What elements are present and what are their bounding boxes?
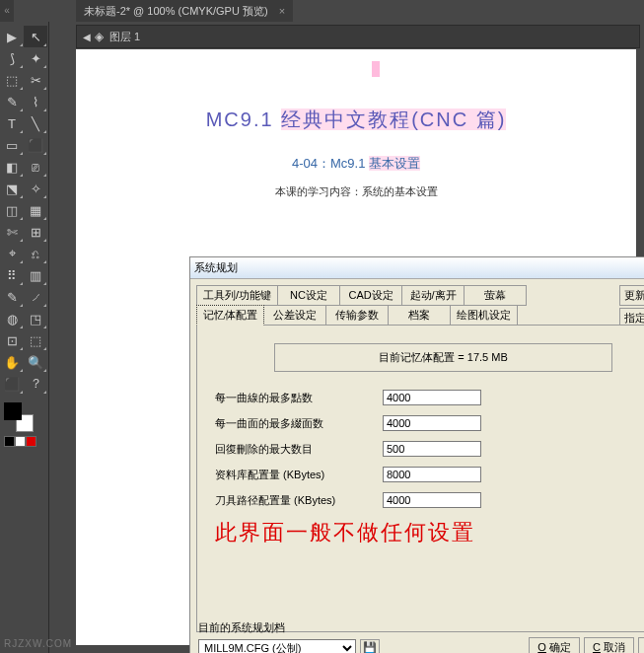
- tool-crop[interactable]: ⬚: [0, 69, 24, 91]
- tab-title: 未标题-2* @ 100% (CMYK/GPU 预览): [84, 5, 268, 17]
- tab-0[interactable]: 工具列/功能键: [196, 285, 278, 306]
- tool-line[interactable]: ╲: [24, 112, 47, 134]
- tool-measure[interactable]: ⟋: [24, 286, 47, 308]
- ok-button[interactable]: O 确定: [529, 637, 580, 653]
- field-row-2: 回復刪除的最大数目: [215, 441, 644, 457]
- tool-col[interactable]: ▥: [24, 264, 47, 286]
- chevron-left-icon[interactable]: ◀: [83, 32, 91, 42]
- title-part-b: 经典中文教程(CNC 篇): [281, 109, 506, 130]
- tool-scissors[interactable]: ✄: [0, 221, 24, 243]
- tool-art[interactable]: ⌖: [0, 243, 24, 264]
- tool-wand[interactable]: ✦: [24, 47, 47, 69]
- field-input-4[interactable]: [383, 492, 481, 508]
- field-row-0: 每一曲線的最多點数: [215, 390, 644, 405]
- tool-brush[interactable]: ⌇: [24, 91, 47, 112]
- memory-panel: 目前记忆体配置 = 17.5 MB 每一曲線的最多點数每一曲面的最多綴面数回復刪…: [196, 325, 644, 632]
- doc-title: MC9.1 经典中文教程(CNC 篇): [76, 107, 636, 133]
- sub-b: 基本设置: [369, 156, 420, 171]
- dialog-bottom: 目前的系统规划档 MILL9M.CFG (公制) 💾 O 确定 C 取消 H 帮…: [198, 620, 644, 653]
- field-input-3[interactable]: [383, 467, 481, 482]
- color-swatches[interactable]: [4, 402, 34, 432]
- tab-2[interactable]: CAD设定: [339, 285, 402, 306]
- mini-none[interactable]: [26, 436, 36, 447]
- field-input-1[interactable]: [383, 415, 481, 431]
- tool-spray[interactable]: ⠿: [0, 264, 24, 286]
- tab-1[interactable]: NC设定: [277, 285, 340, 306]
- doc-note: 本课的学习内容：系统的基本设置: [76, 184, 636, 199]
- field-row-3: 资料库配置量 (KBytes): [215, 467, 644, 482]
- tool-blend[interactable]: ◍: [0, 308, 24, 329]
- tab-1[interactable]: 公差设定: [263, 305, 326, 326]
- field-label: 每一曲線的最多點数: [215, 391, 383, 405]
- tabs-row-1: 工具列/功能键NC设定CAD设定起动/离开萤幕: [196, 285, 581, 305]
- foreground-swatch[interactable]: [4, 402, 22, 420]
- help-button-bottom[interactable]: H 帮助: [638, 637, 644, 653]
- sub-a: 4-04：Mc9.1: [292, 156, 365, 171]
- tool-fx[interactable]: ✧: [24, 178, 47, 199]
- side-button-0[interactable]: 更新状态...: [619, 285, 644, 306]
- tool-rect[interactable]: ▭: [0, 134, 24, 156]
- tool-blur[interactable]: ⬔: [0, 178, 24, 199]
- tool-select[interactable]: ↖: [24, 26, 47, 47]
- tool-lasso[interactable]: ⟆: [0, 47, 24, 69]
- layer-name[interactable]: 图层 1: [109, 30, 140, 44]
- tool-zoom[interactable]: 🔍: [24, 351, 47, 373]
- tool-drop[interactable]: ⎚: [24, 156, 47, 178]
- tab-4[interactable]: 萤幕: [464, 285, 527, 306]
- tool-type[interactable]: T: [0, 112, 24, 134]
- dialog-titlebar[interactable]: 系统规划 ? ✕: [190, 257, 644, 279]
- tool-pen[interactable]: ✎: [0, 91, 24, 112]
- tool-grad[interactable]: ◧: [0, 156, 24, 178]
- tool-eyedrop[interactable]: ✎: [0, 286, 24, 308]
- field-input-0[interactable]: [383, 390, 481, 405]
- close-icon[interactable]: ×: [279, 5, 285, 17]
- field-label: 刀具路径配置量 (KBytes): [215, 493, 383, 508]
- document-tab[interactable]: 未标题-2* @ 100% (CMYK/GPU 预览) ×: [76, 0, 293, 22]
- text-cursor: [372, 61, 380, 77]
- tool-symbol[interactable]: ⎌: [24, 243, 47, 264]
- system-dialog: 系统规划 ? ✕ 更新状态...指定 ...另存新档...合并档案... 工具列…: [189, 256, 644, 653]
- tab-2[interactable]: 传输参数: [325, 305, 389, 326]
- tool-hand[interactable]: ✋: [0, 351, 24, 373]
- tool-move[interactable]: ▶: [0, 26, 24, 47]
- tool-q[interactable]: ？: [24, 373, 47, 395]
- layers-icon[interactable]: ◈: [95, 30, 104, 43]
- config-label: 目前的系统规划档: [198, 620, 644, 635]
- tool-shape[interactable]: ◫: [0, 199, 24, 221]
- tool-mesh[interactable]: ▦: [24, 199, 47, 221]
- mini-black[interactable]: [4, 436, 15, 447]
- toolbox: ▶↖⟆✦⬚✂✎⌇T╲▭⬛◧⎚⬔✧◫▦✄⊞⌖⎌⠿▥✎⟋◍◳⊡⬚✋🔍⬛？: [0, 22, 49, 653]
- tab-0[interactable]: 记忆体配置: [196, 305, 264, 326]
- dialog-body: 更新状态...指定 ...另存新档...合并档案... 工具列/功能键NC设定C…: [190, 279, 644, 653]
- cancel-button[interactable]: C 取消: [584, 637, 634, 653]
- canvas: MC9.1 经典中文教程(CNC 篇) 4-04：Mc9.1 基本设置 本课的学…: [76, 49, 636, 645]
- title-part-a: MC9.1: [206, 109, 274, 130]
- tabs-row-2: 记忆体配置公差设定传输参数档案绘图机设定: [196, 305, 581, 325]
- save-icon[interactable]: 💾: [360, 639, 380, 654]
- mini-white[interactable]: [15, 436, 26, 447]
- field-input-2[interactable]: [383, 441, 481, 457]
- tab-3[interactable]: 起动/离开: [401, 285, 465, 306]
- tab-3[interactable]: 档案: [388, 305, 451, 326]
- tool-paint[interactable]: ⬛: [24, 134, 47, 156]
- field-row-1: 每一曲面的最多綴面数: [215, 415, 644, 431]
- doc-subtitle: 4-04：Mc9.1 基本设置: [76, 155, 636, 173]
- tool-graph[interactable]: ⊞: [24, 221, 47, 243]
- layers-bar: ◀ ◈ 图层 1: [76, 25, 640, 48]
- watermark: RJZXW.COM: [4, 638, 72, 649]
- field-label: 回復刪除的最大数目: [215, 442, 383, 457]
- tool-slice[interactable]: ✂: [24, 69, 47, 91]
- tool-crop2[interactable]: ⊡: [0, 329, 24, 351]
- field-label: 每一曲面的最多綴面数: [215, 416, 383, 431]
- tab-prev[interactable]: «: [0, 0, 14, 22]
- memory-summary: 目前记忆体配置 = 17.5 MB: [274, 343, 612, 372]
- field-label: 资料库配置量 (KBytes): [215, 468, 383, 482]
- tab-4[interactable]: 绘图机设定: [450, 305, 518, 326]
- config-select[interactable]: MILL9M.CFG (公制): [198, 639, 356, 654]
- field-row-4: 刀具路径配置量 (KBytes): [215, 492, 644, 508]
- dialog-title: 系统规划: [194, 260, 238, 275]
- red-warning: 此界面一般不做任何设置: [215, 518, 644, 547]
- tool-sym2[interactable]: ◳: [24, 308, 47, 329]
- tool-art2[interactable]: ⬚: [24, 329, 47, 351]
- tool-fill[interactable]: ⬛: [0, 373, 24, 395]
